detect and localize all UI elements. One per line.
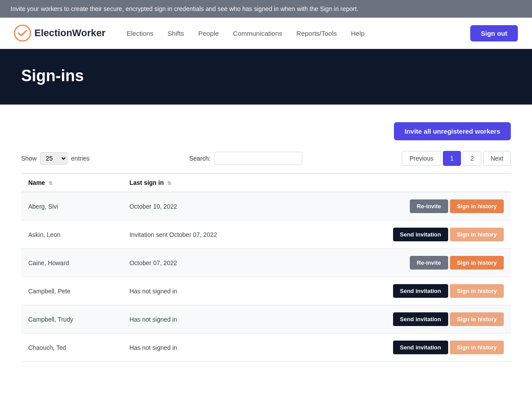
sort-last-sign-in-icon[interactable]: ⇅ bbox=[167, 180, 171, 186]
table-body: Aberg, SiviOctober 10, 2022Re-inviteSign… bbox=[21, 192, 511, 362]
main-content: Invite all unregistered workers Show 25 … bbox=[0, 105, 532, 379]
reinvite-button[interactable]: Re-invite bbox=[410, 199, 448, 213]
cell-name: Caine, Howard bbox=[21, 249, 122, 277]
pagination-page-1[interactable]: 1 bbox=[443, 151, 461, 166]
col-last-sign-in: Last sign in ⇅ bbox=[122, 173, 296, 192]
nav-communications[interactable]: Communications bbox=[233, 30, 282, 37]
nav-elections[interactable]: Elections bbox=[127, 30, 154, 37]
search-input[interactable] bbox=[214, 152, 302, 165]
logo-text: ElectionWorker bbox=[34, 27, 105, 39]
entries-select[interactable]: 25 10 50 100 bbox=[40, 152, 67, 165]
nav-shifts[interactable]: Shifts bbox=[168, 30, 184, 37]
entries-label: entries bbox=[71, 155, 90, 162]
table-row: Campbell, TrudyHas not signed inSend inv… bbox=[21, 305, 511, 334]
navbar: ElectionWorker Elections Shifts People C… bbox=[0, 18, 532, 49]
logo[interactable]: ElectionWorker bbox=[14, 25, 105, 41]
data-table: Name ⇅ Last sign in ⇅ Aberg, SiviOctober… bbox=[21, 173, 511, 362]
reinvite-button[interactable]: Re-invite bbox=[410, 256, 448, 270]
cell-name: Aberg, Sivi bbox=[21, 192, 122, 221]
cell-name: Campbell, Pete bbox=[21, 277, 122, 305]
send-invitation-button[interactable]: Send invitation bbox=[393, 341, 448, 354]
cell-actions: Send invitationSign in history bbox=[296, 305, 511, 334]
cell-last-sign-in: Has not signed in bbox=[122, 305, 296, 334]
cell-actions: Re-inviteSign in history bbox=[296, 249, 511, 277]
nav-reports-tools[interactable]: Reports/Tools bbox=[296, 30, 337, 37]
cell-actions: Re-inviteSign in history bbox=[296, 192, 511, 221]
sign-history-button[interactable]: Sign in history bbox=[450, 341, 504, 354]
cell-actions: Send invitationSign in history bbox=[296, 221, 511, 249]
cell-last-sign-in: Has not signed in bbox=[122, 277, 296, 305]
send-invitation-button[interactable]: Send invitation bbox=[393, 284, 448, 298]
search-area: Search: bbox=[189, 152, 302, 165]
banner-text: Invite your workers to create their secu… bbox=[11, 5, 358, 12]
cell-name: Campbell, Trudy bbox=[21, 305, 122, 334]
send-invitation-button[interactable]: Send invitation bbox=[393, 312, 448, 326]
invite-all-button[interactable]: Invite all unregistered workers bbox=[394, 122, 511, 140]
cell-last-sign-in: Invitation sent October 07, 2022 bbox=[122, 221, 296, 249]
table-row: Chaouch, TedHas not signed inSend invita… bbox=[21, 334, 511, 362]
show-label: Show bbox=[21, 155, 37, 162]
cell-name: Chaouch, Ted bbox=[21, 334, 122, 362]
cell-last-sign-in: October 10, 2022 bbox=[122, 192, 296, 221]
logo-icon bbox=[14, 25, 31, 41]
pagination-previous[interactable]: Previous bbox=[402, 151, 441, 166]
page-title: Sign-ins bbox=[21, 67, 511, 85]
table-header-row: Name ⇅ Last sign in ⇅ bbox=[21, 173, 511, 192]
cell-actions: Send invitationSign in history bbox=[296, 277, 511, 305]
cell-last-sign-in: October 07, 2022 bbox=[122, 249, 296, 277]
send-invitation-button[interactable]: Send invitation bbox=[393, 228, 448, 241]
top-banner: Invite your workers to create their secu… bbox=[0, 0, 532, 18]
cell-actions: Send invitationSign in history bbox=[296, 334, 511, 362]
nav-people[interactable]: People bbox=[198, 30, 219, 37]
search-label: Search: bbox=[189, 155, 210, 162]
nav-links: Elections Shifts People Communications R… bbox=[127, 30, 470, 37]
sign-history-button[interactable]: Sign in history bbox=[450, 256, 504, 270]
pagination-page-2[interactable]: 2 bbox=[463, 151, 481, 166]
table-row: Caine, HowardOctober 07, 2022Re-inviteSi… bbox=[21, 249, 511, 277]
table-row: Campbell, PeteHas not signed inSend invi… bbox=[21, 277, 511, 305]
svg-point-0 bbox=[15, 25, 30, 41]
cell-name: Askin, Leon bbox=[21, 221, 122, 249]
sign-history-button[interactable]: Sign in history bbox=[450, 312, 504, 326]
table-row: Aberg, SiviOctober 10, 2022Re-inviteSign… bbox=[21, 192, 511, 221]
sign-history-button[interactable]: Sign in history bbox=[450, 228, 504, 241]
nav-help[interactable]: Help bbox=[351, 30, 365, 37]
sign-out-button[interactable]: Sign out bbox=[470, 25, 518, 41]
pagination-next[interactable]: Next bbox=[483, 151, 511, 166]
col-name: Name ⇅ bbox=[21, 173, 122, 192]
sign-history-button[interactable]: Sign in history bbox=[450, 199, 504, 213]
col-actions bbox=[296, 173, 511, 192]
pagination: Previous 1 2 Next bbox=[402, 151, 511, 166]
sign-history-button[interactable]: Sign in history bbox=[450, 284, 504, 298]
show-entries-area: Show 25 10 50 100 entries bbox=[21, 152, 90, 165]
table-row: Askin, LeonInvitation sent October 07, 2… bbox=[21, 221, 511, 249]
sort-name-icon[interactable]: ⇅ bbox=[49, 180, 52, 186]
page-header: Sign-ins bbox=[0, 49, 532, 105]
table-controls: Show 25 10 50 100 entries Search: Previo… bbox=[21, 151, 511, 166]
cell-last-sign-in: Has not signed in bbox=[122, 334, 296, 362]
invite-all-row: Invite all unregistered workers bbox=[21, 122, 511, 140]
